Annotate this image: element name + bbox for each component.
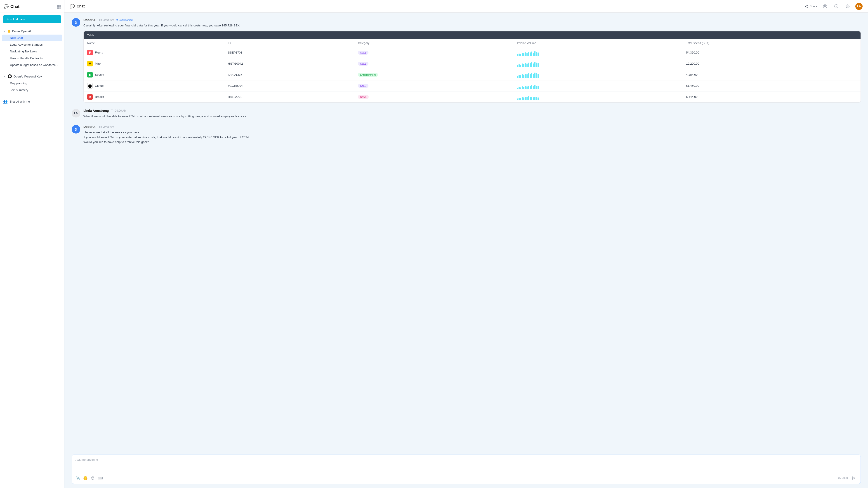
sparkline-bar	[528, 52, 529, 56]
chevron-icon: ▼	[3, 75, 5, 78]
sidebar-item-legal-advice[interactable]: Legal Advice for Startups	[2, 41, 62, 48]
sparkline-bar	[537, 74, 539, 78]
dooer-openai-header[interactable]: ▼ Dooer OpenAI	[0, 28, 64, 34]
sparkline-bar	[526, 97, 528, 100]
cell-id: VEGR0004	[224, 80, 354, 91]
openai-personal-section: ▼ OpenAI Personal Key Day planning Text …	[0, 71, 64, 96]
chat-input[interactable]	[75, 458, 857, 473]
sparkline-bar	[534, 85, 535, 89]
settings-icon[interactable]	[844, 3, 851, 10]
cell-name: ⬤ Github	[84, 80, 224, 91]
svg-text:?: ?	[836, 5, 837, 8]
send-button[interactable]	[850, 475, 857, 482]
sparkline-bar	[522, 74, 523, 78]
sparkline-bar	[525, 74, 526, 78]
cell-id: SSEP1701	[224, 47, 354, 58]
svg-rect-7	[58, 7, 59, 8]
app-logo: ▶	[87, 72, 93, 77]
cell-id: TARD1337	[224, 69, 354, 80]
sparkline-bar	[536, 52, 537, 56]
sidebar-item-day-planning[interactable]: Day planning	[2, 80, 62, 87]
col-id: ID	[224, 39, 354, 47]
user-circle-icon[interactable]	[822, 3, 829, 10]
app-title: Chat	[10, 4, 20, 9]
help-icon[interactable]: ?	[833, 3, 840, 10]
svg-rect-4	[58, 6, 59, 7]
sender-name-3: Dooer AI	[84, 125, 96, 129]
table-row: ⬤ Github VEGR0004 SaaS 61,450.00	[84, 80, 861, 91]
sparkline-bar	[523, 53, 524, 56]
app-name-text: Figma	[95, 51, 103, 54]
attachment-icon[interactable]: 📎	[75, 476, 80, 480]
sparkline-bar	[523, 64, 524, 67]
sparkline-bar	[536, 86, 537, 89]
sparkline-bar	[519, 75, 520, 78]
sparkline-bar	[537, 97, 539, 100]
sparkline-bar	[531, 73, 532, 78]
sparkline-bar	[517, 88, 518, 89]
sparkline-bar	[526, 64, 528, 67]
sparkline-bar	[517, 65, 518, 67]
cell-id: HGTG0042	[224, 58, 354, 69]
message-content-1: Dooer AI Th 09:05 AM Bookmarked Certainl…	[84, 18, 861, 103]
add-bank-button[interactable]: + + Add bank	[3, 15, 61, 23]
cell-total-spend: 4,284.00	[682, 69, 861, 80]
openai-icon	[8, 74, 12, 78]
table-row: M Miro HGTG0042 SaaS 19,200.00	[84, 58, 861, 69]
grid-menu-icon[interactable]	[57, 4, 61, 8]
cell-name: M Miro	[84, 58, 224, 69]
sidebar-item-update-budget[interactable]: Update budget based on workforce...	[2, 62, 62, 68]
cell-category: Entertainment	[354, 69, 513, 80]
message-time-3: Th 09:06 AM	[99, 125, 114, 128]
sparkline-bar	[517, 54, 518, 56]
sidebar-item-handle-contracts[interactable]: How to Handle Contracts	[2, 55, 62, 61]
cell-name: B Breakit	[84, 91, 224, 102]
message-dooer-ai-2: D Dooer AI Th 09:06 AM I have looked at …	[72, 125, 861, 144]
sparkline-bar	[520, 65, 521, 67]
sparkline-bar	[536, 73, 537, 78]
message-content-2: Linda Armstrong Th 09:06 AM What if we w…	[84, 109, 861, 119]
sparkline-bar	[534, 51, 535, 56]
svg-rect-2	[59, 5, 61, 6]
sparkline	[517, 94, 679, 100]
sparkline-bar	[525, 97, 526, 100]
openai-personal-header[interactable]: ▼ OpenAI Personal Key	[0, 73, 64, 80]
sparkline-bar	[530, 97, 531, 100]
command-icon[interactable]: ⌨	[98, 476, 103, 480]
sparkline	[517, 83, 679, 89]
sparkline-bar	[531, 97, 532, 100]
sparkline-bar	[533, 74, 534, 78]
sidebar-item-new-chat[interactable]: New Chat	[2, 35, 62, 41]
sparkline-bar	[523, 97, 524, 100]
cell-invoice-volume	[513, 91, 682, 102]
sidebar-item-text-summery[interactable]: Text summery	[2, 87, 62, 93]
app-logo: F	[87, 50, 93, 55]
sparkline-bar	[530, 74, 531, 78]
svg-rect-6	[57, 7, 58, 8]
share-button[interactable]: Share	[804, 4, 817, 8]
sparkline-bar	[530, 53, 531, 56]
topbar-chat-icon: 💬	[70, 4, 75, 9]
emoji-icon[interactable]: 😊	[83, 476, 88, 480]
shared-with-me[interactable]: 👥 Shared with me	[0, 98, 64, 105]
message-meta-1: Dooer AI Th 09:05 AM Bookmarked	[84, 18, 861, 22]
table-header-bar: Table	[84, 31, 861, 39]
cell-category: SaaS	[354, 80, 513, 91]
sidebar: 💬 Chat + + Add bank ▼ Dooer OpenAI New C…	[0, 0, 64, 488]
cell-category: SaaS	[354, 58, 513, 69]
cell-category: SaaS	[354, 47, 513, 58]
mention-icon[interactable]: @	[91, 476, 94, 480]
cell-id: HALL2001	[224, 91, 354, 102]
sparkline-bar	[534, 72, 535, 78]
dooer-ai-avatar-2: D	[72, 125, 80, 133]
sidebar-item-navigating-tax[interactable]: Navigating Tax Laws	[2, 48, 62, 55]
sparkline-bar	[533, 97, 534, 100]
sparkline-bar	[517, 76, 518, 78]
category-badge: SaaS	[358, 62, 368, 66]
sparkline-bar	[536, 63, 537, 67]
dooer-ai-avatar: D	[72, 18, 80, 27]
sparkline-bar	[522, 86, 523, 89]
dooer-openai-section: ▼ Dooer OpenAI New Chat Legal Advice for…	[0, 26, 64, 71]
sparkline-bar	[528, 96, 529, 100]
sparkline-bar	[537, 86, 539, 89]
